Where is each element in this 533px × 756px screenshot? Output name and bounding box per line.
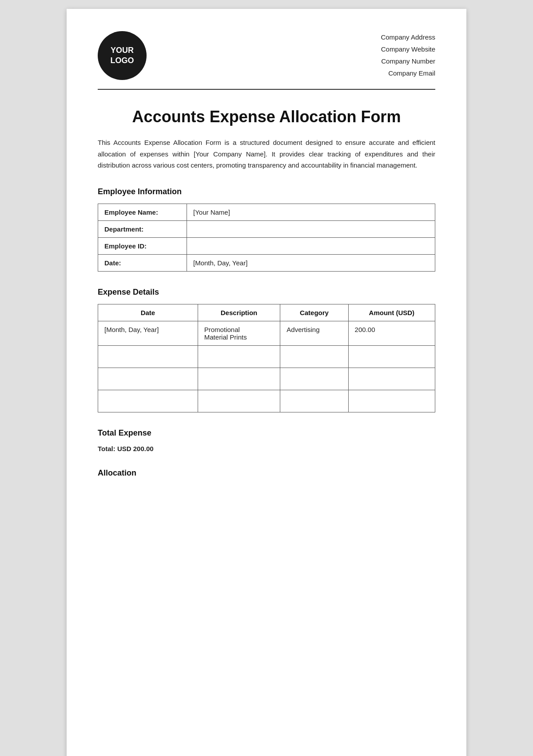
expense-category-2 — [280, 345, 348, 368]
form-title: Accounts Expense Allocation Form — [98, 108, 435, 126]
col-category: Category — [280, 304, 348, 321]
allocation-title: Allocation — [98, 468, 435, 478]
table-row: Date: [Month, Day, Year] — [98, 254, 435, 271]
allocation-section: Allocation — [98, 468, 435, 478]
total-amount: USD 200.00 — [117, 445, 154, 452]
company-website: Company Website — [381, 43, 435, 55]
expense-description-1: PromotionalMaterial Prints — [198, 321, 280, 345]
company-email: Company Email — [381, 67, 435, 79]
total-expense-title: Total Expense — [98, 428, 435, 438]
table-row — [98, 390, 435, 412]
expense-details-section: Expense Details Date Description Categor… — [98, 288, 435, 412]
expense-category-3 — [280, 368, 348, 390]
expense-category-4 — [280, 390, 348, 412]
expense-amount-2 — [348, 345, 435, 368]
table-row: Department: — [98, 220, 435, 237]
col-description: Description — [198, 304, 280, 321]
table-row — [98, 368, 435, 390]
total-expense-value: Total: USD 200.00 — [98, 445, 435, 452]
employee-id-label: Employee ID: — [98, 237, 187, 254]
expense-amount-1: 200.00 — [348, 321, 435, 345]
expense-amount-3 — [348, 368, 435, 390]
expense-date-1: [Month, Day, Year] — [98, 321, 198, 345]
department-value — [187, 220, 435, 237]
form-description: This Accounts Expense Allocation Form is… — [98, 137, 435, 171]
employee-id-value — [187, 237, 435, 254]
expense-amount-4 — [348, 390, 435, 412]
employee-info-section: Employee Information Employee Name: [You… — [98, 187, 435, 272]
expense-category-1: Advertising — [280, 321, 348, 345]
expense-description-3 — [198, 368, 280, 390]
expense-description-2 — [198, 345, 280, 368]
expense-description-4 — [198, 390, 280, 412]
employee-name-label: Employee Name: — [98, 204, 187, 220]
expense-date-4 — [98, 390, 198, 412]
total-label: Total: — [98, 445, 115, 452]
expense-details-title: Expense Details — [98, 288, 435, 297]
employee-name-value: [Your Name] — [187, 204, 435, 220]
logo-line1: YOUR — [111, 45, 134, 56]
table-row: Employee Name: [Your Name] — [98, 204, 435, 220]
col-date: Date — [98, 304, 198, 321]
company-address: Company Address — [381, 31, 435, 43]
company-logo: YOUR LOGO — [98, 31, 147, 80]
col-amount: Amount (USD) — [348, 304, 435, 321]
date-label: Date: — [98, 254, 187, 271]
table-row: [Month, Day, Year] PromotionalMaterial P… — [98, 321, 435, 345]
table-row — [98, 345, 435, 368]
expense-date-3 — [98, 368, 198, 390]
header: YOUR LOGO Company Address Company Websit… — [98, 31, 435, 80]
date-value: [Month, Day, Year] — [187, 254, 435, 271]
company-info: Company Address Company Website Company … — [381, 31, 435, 79]
logo-line2: LOGO — [111, 56, 134, 66]
table-header-row: Date Description Category Amount (USD) — [98, 304, 435, 321]
header-divider — [98, 89, 435, 90]
total-expense-section: Total Expense Total: USD 200.00 — [98, 428, 435, 452]
employee-info-title: Employee Information — [98, 187, 435, 196]
expense-date-2 — [98, 345, 198, 368]
department-label: Department: — [98, 220, 187, 237]
company-number: Company Number — [381, 55, 435, 67]
page: YOUR LOGO Company Address Company Websit… — [67, 9, 466, 756]
expense-details-table: Date Description Category Amount (USD) [… — [98, 304, 435, 412]
employee-info-table: Employee Name: [Your Name] Department: E… — [98, 204, 435, 272]
table-row: Employee ID: — [98, 237, 435, 254]
